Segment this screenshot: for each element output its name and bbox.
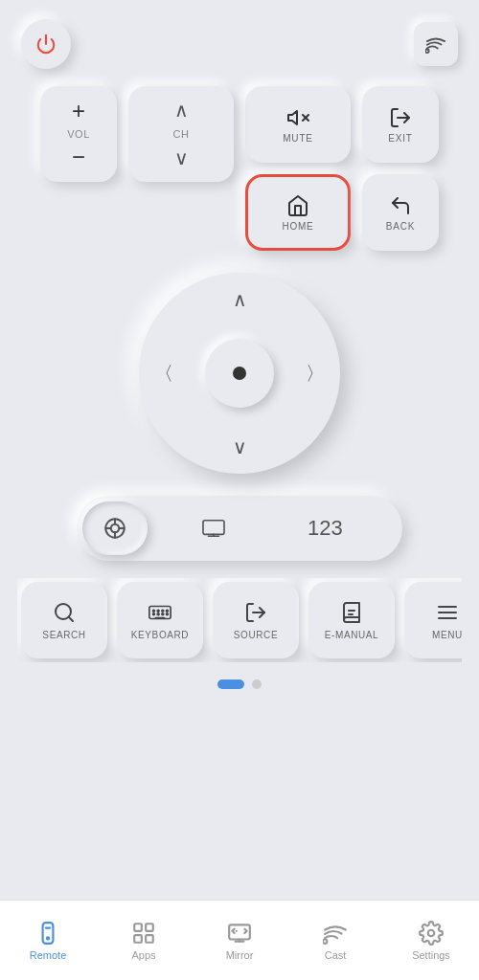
ch-down-icon: ∨: [174, 146, 189, 169]
menu-func-button[interactable]: MENU: [404, 582, 462, 658]
dpad-up-button[interactable]: ∧: [233, 288, 247, 311]
screen-button[interactable]: [201, 518, 226, 539]
exit-label: EXIT: [388, 133, 412, 144]
svg-point-50: [428, 929, 435, 936]
svg-point-24: [153, 610, 155, 612]
mute-label: MUTE: [283, 133, 313, 144]
svg-point-1: [425, 50, 429, 54]
func-row: SEARCH: [17, 578, 462, 662]
source-label: SOURCE: [234, 630, 278, 640]
nav-apps[interactable]: Apps: [110, 921, 177, 961]
mirror-nav-icon: [227, 921, 252, 946]
vol-plus-icon: +: [72, 98, 85, 124]
svg-rect-12: [203, 521, 224, 535]
dpad-ok-button[interactable]: [205, 339, 274, 408]
source-icon: [244, 601, 267, 624]
svg-point-25: [157, 610, 159, 612]
home-label: HOME: [282, 221, 313, 232]
svg-point-28: [153, 612, 155, 614]
svg-rect-43: [134, 935, 142, 943]
search-func-button[interactable]: SEARCH: [21, 582, 107, 658]
nav-apps-label: Apps: [131, 949, 155, 961]
bottom-nav: Remote Apps Mirror: [0, 900, 479, 980]
emanual-icon: [340, 601, 363, 624]
nav-mirror-label: Mirror: [226, 949, 254, 961]
svg-marker-2: [288, 111, 297, 124]
apps-nav-icon: [131, 921, 156, 946]
gamepad-button[interactable]: [82, 501, 148, 555]
nav-settings-label: Settings: [412, 949, 450, 961]
top-bar: [17, 19, 462, 69]
page-dot-1: [217, 679, 244, 689]
control-inactive-area: 123: [148, 516, 397, 541]
svg-rect-44: [146, 935, 153, 943]
home-icon: [286, 194, 309, 217]
dpad-right-button[interactable]: 〉: [306, 361, 325, 387]
dpad: ∧ 〈 〉 ∨: [134, 268, 345, 479]
emanual-func-button[interactable]: E-MANUAL: [308, 582, 395, 658]
emanual-label: E-MANUAL: [325, 630, 378, 640]
svg-rect-17: [149, 606, 171, 618]
num-label[interactable]: 123: [308, 516, 343, 541]
vol-label: VOL: [67, 128, 90, 140]
keyboard-label: KEYBOARD: [131, 630, 189, 640]
back-button[interactable]: BACK: [362, 174, 439, 251]
back-icon: [389, 194, 412, 217]
exit-icon: [389, 106, 412, 129]
svg-point-31: [167, 612, 169, 614]
vol-minus-icon: −: [72, 144, 85, 170]
svg-point-29: [157, 612, 159, 614]
menu-label: MENU: [432, 630, 462, 640]
keyboard-func-button[interactable]: KEYBOARD: [117, 582, 203, 658]
ch-button[interactable]: ∧ CH ∨: [128, 86, 234, 182]
remote-nav-icon: [35, 921, 60, 946]
svg-point-27: [167, 610, 169, 612]
ch-label: CH: [173, 128, 190, 140]
svg-point-26: [162, 610, 164, 612]
svg-point-30: [162, 612, 164, 614]
nav-remote[interactable]: Remote: [14, 921, 81, 961]
button-grid: + VOL − MUTE E: [17, 86, 462, 251]
menu-icon: [436, 601, 459, 624]
svg-point-49: [323, 939, 327, 943]
svg-rect-41: [134, 924, 142, 931]
power-button[interactable]: [21, 19, 71, 69]
settings-nav-icon: [419, 921, 444, 946]
page-dot-2: [252, 679, 262, 689]
dpad-down-button[interactable]: ∨: [233, 435, 247, 458]
dpad-center-dot: [233, 367, 246, 380]
nav-remote-label: Remote: [30, 949, 67, 961]
keyboard-icon: [148, 601, 172, 624]
search-label: SEARCH: [42, 630, 85, 640]
ch-up-icon: ∧: [174, 99, 189, 122]
svg-rect-42: [146, 924, 153, 931]
home-button[interactable]: HOME: [245, 174, 351, 251]
exit-button[interactable]: EXIT: [362, 86, 439, 163]
nav-cast[interactable]: Cast: [302, 921, 369, 961]
mute-icon: [286, 106, 309, 129]
search-icon: [53, 601, 76, 624]
cast-nav-icon: [323, 921, 348, 946]
back-label: BACK: [386, 221, 415, 232]
control-row: 123: [77, 496, 402, 561]
svg-point-7: [111, 524, 120, 533]
nav-cast-label: Cast: [325, 949, 347, 961]
page-indicator: [217, 679, 262, 689]
nav-mirror[interactable]: Mirror: [206, 921, 273, 961]
nav-settings[interactable]: Settings: [398, 921, 465, 961]
dpad-left-button[interactable]: 〈: [154, 361, 173, 387]
source-func-button[interactable]: SOURCE: [213, 582, 299, 658]
svg-line-16: [69, 616, 73, 620]
cast-button[interactable]: [414, 22, 458, 66]
mute-button[interactable]: MUTE: [245, 86, 351, 163]
vol-button[interactable]: + VOL −: [40, 86, 117, 182]
svg-point-39: [47, 937, 49, 939]
